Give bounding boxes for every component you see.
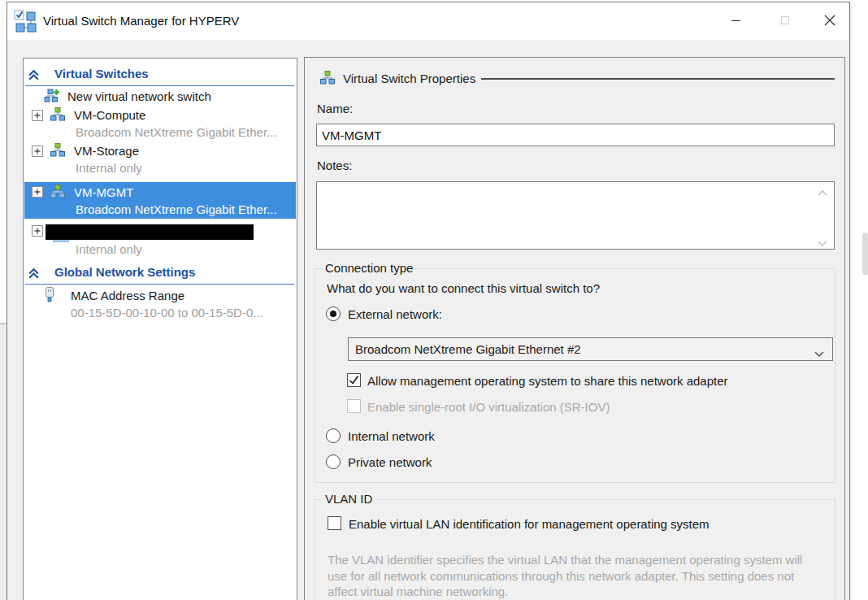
app-icon (13, 9, 37, 37)
radio-dot (330, 311, 336, 317)
window-title: Virtual Switch Manager for HYPERV (43, 2, 239, 40)
titlebar: Virtual Switch Manager for HYPERV (7, 2, 849, 40)
collapse-section-icon[interactable] (28, 267, 40, 283)
vlan-help-text: The VLAN identifier specifies the virtua… (328, 552, 818, 600)
virtual-switch-manager-window: Virtual Switch Manager for HYPERV Virtua… (7, 2, 850, 600)
group-label: Connection type (322, 261, 416, 275)
sriov-label: Enable single-root I/O virtualization (S… (367, 400, 610, 414)
switch-name-input[interactable] (316, 124, 835, 146)
tree-item-vm-mgmt[interactable]: VM-MGMT (74, 185, 133, 199)
section-underline (25, 85, 294, 86)
expander-icon[interactable] (32, 146, 43, 157)
properties-panel: Virtual Switch Properties Name: Notes: C… (304, 57, 845, 600)
section-global-network-settings[interactable]: Global Network Settings (54, 265, 195, 279)
notes-label: Notes: (317, 159, 352, 172)
connection-type-group: Connection type What do you want to conn… (315, 268, 835, 483)
expander-icon[interactable] (32, 110, 43, 121)
group-label: VLAN ID (322, 492, 375, 506)
tree-item-vm-mgmt-selected-row[interactable]: VM-MGMT Broadcom NetXtreme Gigabit Ether… (24, 182, 296, 219)
external-network-label[interactable]: External network: (348, 307, 442, 321)
vlan-id-group: VLAN ID Enable virtual LAN identificatio… (315, 499, 835, 600)
checkmark-icon (348, 374, 360, 386)
tree-item-mac-address-range[interactable]: MAC Address Range (71, 289, 184, 302)
expander-icon[interactable] (32, 225, 43, 237)
chevron-down-icon (814, 346, 824, 361)
section-underline (25, 284, 294, 285)
scroll-up-icon[interactable] (817, 186, 828, 194)
virtual-switch-icon (50, 143, 65, 160)
minimize-button[interactable] (717, 3, 754, 37)
internal-network-label[interactable]: Internal network (348, 429, 435, 443)
tree-item-subtitle: Broadcom NetXtreme Gigabit Ether... (76, 202, 277, 216)
scroll-down-icon[interactable] (817, 236, 828, 244)
close-button[interactable] (811, 3, 848, 37)
virtual-switch-icon (50, 185, 65, 202)
tree-item-vm-compute[interactable]: VM-Compute (74, 108, 145, 122)
external-network-radio[interactable] (326, 307, 341, 321)
internal-network-radio[interactable] (326, 428, 341, 443)
mac-address-icon (44, 287, 55, 307)
sriov-checkbox (347, 399, 361, 413)
tree-item-subtitle: Internal only (76, 242, 142, 256)
private-network-label[interactable]: Private network (348, 455, 432, 469)
notes-textarea[interactable] (316, 181, 835, 250)
pane-title: Virtual Switch Properties (343, 72, 475, 85)
enable-vlan-label[interactable]: Enable virtual LAN identification for ma… (349, 517, 710, 531)
minimize-icon (731, 20, 740, 21)
background-window-edge (0, 324, 7, 600)
private-network-radio[interactable] (326, 454, 341, 469)
tree-item-subtitle: 00-15-5D-00-10-00 to 00-15-5D-0... (71, 306, 263, 320)
network-adapter-dropdown[interactable]: Broadcom NetXtreme Gigabit Ethernet #2 (348, 337, 833, 361)
tree-item-vm-storage[interactable]: VM-Storage (74, 144, 139, 158)
allow-management-label[interactable]: Allow management operating system to sha… (367, 374, 728, 388)
virtual-switch-icon (320, 71, 335, 88)
redacted-switch-name[interactable] (46, 224, 254, 240)
background-scrollbar-fragment (862, 233, 868, 275)
tree-item-subtitle: Broadcom NetXtreme Gigabit Ether... (76, 125, 277, 139)
close-icon (824, 15, 835, 26)
new-switch-icon (44, 89, 60, 106)
virtual-switch-icon (50, 107, 65, 124)
tree-item-subtitle: Internal only (76, 161, 142, 175)
collapse-section-icon[interactable] (28, 69, 40, 85)
enable-vlan-checkbox[interactable] (328, 516, 341, 530)
name-label: Name: (317, 102, 353, 115)
maximize-button[interactable] (766, 3, 804, 37)
pane-title-rule (481, 78, 835, 80)
allow-management-checkbox[interactable] (347, 373, 361, 387)
expander-icon[interactable] (32, 186, 43, 198)
connection-question: What do you want to connect this virtual… (327, 281, 600, 295)
tree-item-new-virtual-switch[interactable]: New virtual network switch (67, 89, 211, 103)
dropdown-selected-value: Broadcom NetXtreme Gigabit Ethernet #2 (355, 338, 581, 360)
section-virtual-switches[interactable]: Virtual Switches (54, 67, 149, 80)
maximize-icon (781, 16, 789, 24)
switch-list-panel: Virtual Switches New virtual network swi… (23, 58, 297, 600)
